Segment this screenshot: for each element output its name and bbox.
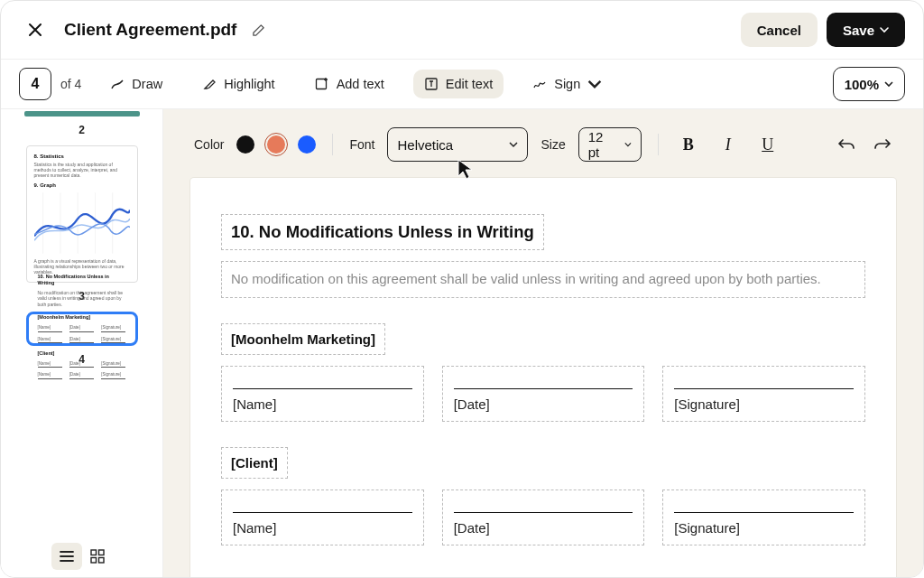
save-button[interactable]: Save: [827, 13, 905, 47]
thumbnail-page-3[interactable]: 8. Statistics Statistics is the study an…: [26, 145, 138, 283]
edit-text-label: Edit text: [446, 77, 493, 91]
svg-rect-7: [91, 550, 97, 555]
highlight-tool[interactable]: Highlight: [191, 70, 285, 98]
svg-rect-0: [316, 79, 326, 89]
signature-field[interactable]: [Signature]: [662, 489, 865, 545]
highlight-icon: [202, 77, 217, 91]
thumb3-chart: [34, 191, 130, 255]
sign-tool[interactable]: Sign: [522, 70, 613, 98]
undo-button[interactable]: [833, 131, 860, 158]
page-count-label: of 4: [60, 77, 81, 91]
text-format-bar: Color Font Helvetica Size 12 pt B I U: [194, 127, 896, 162]
draw-icon: [110, 77, 125, 91]
date-field[interactable]: [Date]: [442, 489, 645, 545]
thumb3-heading1: 8. Statistics: [34, 154, 130, 159]
thumb3-para1: Statistics is the study and application …: [34, 162, 130, 178]
document-page[interactable]: 10. No Modifications Unless in Writing N…: [190, 178, 896, 578]
cancel-button[interactable]: Cancel: [741, 13, 818, 47]
chevron-down-icon: [884, 79, 893, 89]
sign-icon: [532, 77, 547, 91]
underline-button[interactable]: U: [754, 131, 781, 158]
list-view-toggle[interactable]: [51, 543, 82, 570]
chevron-down-icon: [587, 77, 602, 91]
add-text-label: Add text: [337, 77, 384, 91]
thumb4-para: No modification on this agreement shall …: [38, 290, 126, 308]
add-text-icon: [315, 77, 329, 91]
party-2-label[interactable]: [Client]: [221, 447, 288, 479]
divider: [658, 134, 659, 155]
signature-field[interactable]: [Signature]: [662, 366, 865, 422]
size-value: 12 pt: [588, 129, 612, 160]
font-select[interactable]: Helvetica: [387, 127, 528, 162]
thumb4-party1: [Moonhelm Marketing]: [38, 314, 91, 320]
highlight-label: Highlight: [224, 77, 274, 91]
redo-button[interactable]: [869, 131, 896, 158]
chevron-down-icon: [880, 25, 889, 34]
edit-text-tool[interactable]: Edit text: [413, 70, 504, 98]
date-field[interactable]: [Date]: [442, 366, 645, 422]
draw-tool[interactable]: Draw: [99, 70, 173, 98]
font-label: Font: [349, 137, 374, 152]
sign-label: Sign: [554, 77, 580, 91]
thumb3-heading2: 9. Graph: [34, 182, 130, 188]
svg-rect-9: [91, 558, 97, 564]
name-field[interactable]: [Name]: [221, 489, 424, 545]
size-label: Size: [541, 137, 565, 152]
thumb3-para2: A graph is a visual representation of da…: [34, 258, 130, 275]
draw-label: Draw: [132, 77, 162, 91]
svg-rect-8: [98, 550, 104, 555]
cancel-label: Cancel: [757, 23, 801, 38]
divider: [332, 134, 333, 155]
current-page-input[interactable]: 4: [19, 68, 51, 100]
color-swatch-black[interactable]: [236, 135, 254, 154]
add-text-tool[interactable]: Add text: [304, 70, 395, 98]
signature-row-2: [Name] [Date] [Signature]: [221, 489, 865, 545]
chevron-down-icon: [509, 140, 518, 149]
chevron-down-icon: [624, 140, 632, 149]
section-heading[interactable]: 10. No Modifications Unless in Writing: [221, 214, 544, 250]
rename-icon[interactable]: [247, 19, 269, 41]
party-1-label[interactable]: [Moonhelm Marketing]: [221, 323, 385, 355]
thumbnail-page-2-partial[interactable]: [24, 111, 140, 117]
zoom-select[interactable]: 100%: [833, 67, 905, 101]
name-field[interactable]: [Name]: [221, 366, 424, 422]
close-button[interactable]: [19, 14, 51, 46]
edit-text-icon: [424, 77, 439, 91]
svg-rect-10: [98, 558, 104, 564]
document-title: Client Agreement.pdf: [64, 20, 236, 40]
thumbnail-page-4[interactable]: 10. No Modifications Unless in Writing N…: [26, 312, 138, 346]
thumb-label-2: 2: [79, 124, 85, 136]
page-thumbnails-sidebar: 2 8. Statistics Statistics is the study …: [1, 109, 163, 578]
size-select[interactable]: 12 pt: [578, 127, 642, 162]
thumb4-heading: 10. No Modifications Unless in Writing: [38, 274, 109, 285]
italic-button[interactable]: I: [715, 131, 742, 158]
grid-view-toggle[interactable]: [82, 543, 113, 570]
thumb4-party2: [Client]: [38, 350, 55, 356]
section-paragraph[interactable]: No modification on this agreement shall …: [221, 261, 865, 298]
bold-button[interactable]: B: [675, 131, 702, 158]
signature-row-1: [Name] [Date] [Signature]: [221, 366, 865, 422]
color-swatch-orange[interactable]: [267, 135, 285, 154]
font-value: Helvetica: [397, 137, 453, 153]
zoom-value: 100%: [845, 77, 879, 92]
save-label: Save: [843, 23, 874, 38]
color-swatch-blue[interactable]: [298, 135, 316, 154]
color-label: Color: [194, 137, 224, 152]
